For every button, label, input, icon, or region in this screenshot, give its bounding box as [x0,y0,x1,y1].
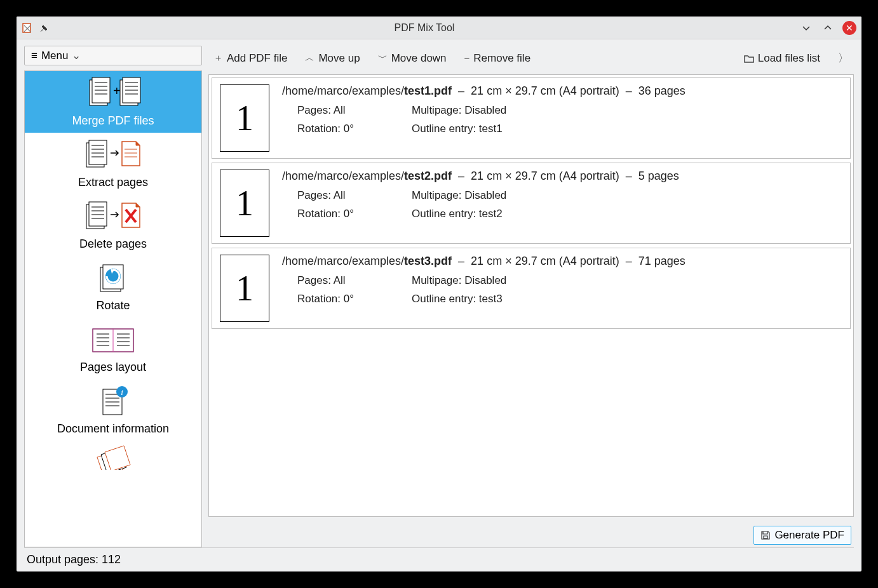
extract-icon [81,137,145,173]
svg-text:i: i [121,387,123,397]
file-list[interactable]: 1 /home/marco/examples/test1.pdf – 21 cm… [208,74,854,517]
close-button[interactable]: ✕ [842,21,856,35]
status-bar: Output pages: 112 [24,547,854,568]
toolbar-overflow-button[interactable]: 〉 [835,50,851,67]
multipage-setting: Multipage: Disabled [412,102,506,120]
file-path: /home/marco/examples/test2.pdf – 21 cm ×… [282,170,842,183]
sidebar-item-docinfo[interactable]: i Document information [25,379,201,441]
maximize-button[interactable] [821,21,835,35]
file-info: /home/marco/examples/test3.pdf – 21 cm ×… [282,255,842,309]
sidebar-item-label: Document information [57,422,169,436]
sidebar-item-label: Extract pages [78,176,148,189]
sidebar-item-extract[interactable]: Extract pages [25,133,201,194]
multipage-setting: Multipage: Disabled [412,187,506,205]
window-title: PDF Mix Tool [50,22,799,34]
menu-button[interactable]: ≡ Menu ⌄ [24,46,202,65]
minimize-button[interactable] [799,21,813,35]
stack-icon [91,444,135,470]
minus-icon: − [464,53,470,63]
sidebar-item-label: Pages layout [80,361,146,374]
app-icon [22,22,33,34]
pages-selection: Pages: All [297,102,386,120]
file-toolbar: ＋Add PDF file ︿Move up ﹀Move down −Remov… [208,46,854,70]
docinfo-icon: i [94,383,132,420]
svg-text:+: + [113,84,121,98]
plus-icon: ＋ [213,52,223,64]
layout-icon [88,321,138,358]
move-up-button[interactable]: ︿Move up [302,51,362,66]
file-info: /home/marco/examples/test2.pdf – 21 cm ×… [282,170,842,224]
add-file-button[interactable]: ＋Add PDF file [211,51,290,66]
page-thumbnail: 1 [220,255,269,322]
page-thumbnail: 1 [220,170,269,237]
menu-button-label: Menu [41,50,69,62]
sidebar-item-delete[interactable]: Delete pages [25,194,201,256]
chevron-down-icon: ﹀ [378,52,388,64]
sidebar-item-label: Rotate [96,299,130,312]
sidebar-item-rotate[interactable]: Rotate [25,256,201,317]
chevron-right-icon: 〉 [838,51,849,65]
operation-sidebar[interactable]: + Merge PDF files [24,70,202,547]
file-row[interactable]: 1 /home/marco/examples/test2.pdf – 21 cm… [212,163,851,244]
delete-icon [81,198,145,235]
move-down-button[interactable]: ﹀Move down [375,51,449,66]
svg-rect-24 [89,202,107,226]
multipage-setting: Multipage: Disabled [412,272,506,290]
outline-entry: Outline entry: test2 [412,205,503,224]
rotate-icon [94,260,132,297]
chevron-up-icon: ︿ [305,52,314,64]
sidebar-item-merge[interactable]: + Merge PDF files [25,71,201,133]
file-path: /home/marco/examples/test1.pdf – 21 cm ×… [282,84,842,98]
merge-icon: + [84,75,142,112]
rotation-setting: Rotation: 0° [297,290,386,309]
pages-selection: Pages: All [297,187,386,205]
rotation-setting: Rotation: 0° [297,120,386,138]
file-info: /home/marco/examples/test1.pdf – 21 cm ×… [282,84,842,138]
file-row[interactable]: 1 /home/marco/examples/test3.pdf – 21 cm… [212,248,851,329]
svg-rect-15 [89,140,107,164]
sidebar-item-label: Merge PDF files [72,114,154,128]
file-row[interactable]: 1 /home/marco/examples/test1.pdf – 21 cm… [212,77,851,159]
folder-icon [744,54,754,63]
pin-icon[interactable] [39,23,50,33]
outline-entry: Outline entry: test1 [412,120,503,138]
generate-pdf-button[interactable]: Generate PDF [753,526,851,545]
outline-entry: Outline entry: test3 [412,290,503,309]
file-path: /home/marco/examples/test3.pdf – 21 cm ×… [282,255,842,268]
load-files-list-button[interactable]: Load files list [741,51,823,66]
sidebar-item-more[interactable] [25,441,201,470]
rotation-setting: Rotation: 0° [297,205,386,224]
save-icon [760,530,771,540]
sidebar-item-layout[interactable]: Pages layout [25,317,201,379]
titlebar[interactable]: PDF Mix Tool ✕ [17,17,861,39]
page-thumbnail: 1 [220,84,269,152]
output-pages-label: Output pages: 112 [27,553,121,566]
remove-file-button[interactable]: −Remove file [462,51,534,66]
generate-pdf-label: Generate PDF [774,529,844,542]
chevron-down-icon: ⌄ [72,49,81,62]
pages-selection: Pages: All [297,272,386,290]
app-window: PDF Mix Tool ✕ ≡ Menu ⌄ [17,17,861,571]
sidebar-item-label: Delete pages [79,237,147,251]
hamburger-icon: ≡ [31,50,37,62]
